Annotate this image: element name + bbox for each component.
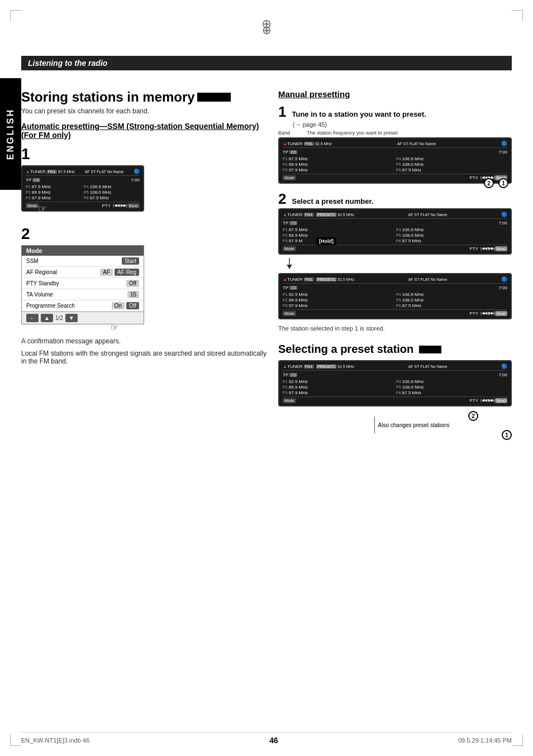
- rs-bottom-sel: Mode PTY |◀◀ ▶▶| Band: [283, 396, 507, 403]
- time-2b: 7:00: [498, 285, 507, 290]
- rs-tp-row: TP CD 7:00: [26, 177, 140, 183]
- tp-sel: TP CD: [283, 372, 297, 377]
- down-arrow-svg: [284, 258, 295, 269]
- time-sel: 7:00: [498, 372, 507, 377]
- preset-p4: P4 106.9 MHz: [84, 184, 140, 189]
- right-column: Manual presetting 1 Tune in to a station…: [278, 89, 512, 433]
- up-btn[interactable]: ▲: [41, 314, 53, 322]
- band-annotation-row: Band The station frequency you want to p…: [278, 130, 512, 136]
- afreg-btn: AF Reg: [115, 269, 139, 276]
- nav-2a: |◀◀ ▶▶|: [480, 246, 495, 251]
- down-btn[interactable]: ▼: [65, 314, 78, 322]
- band-annotation: Band: [278, 130, 290, 136]
- rs-icon: 🔵: [134, 169, 140, 174]
- p2-2a: P2 89.9 MHz: [283, 233, 394, 238]
- p2-2b: P2 89.9 MHz: [283, 298, 394, 303]
- band-btn-sel: Band: [495, 398, 507, 403]
- af-label: AF Regional: [26, 269, 57, 275]
- radio-screen-manual-1: ▲TUNER FM1 92.5 MHz AF ST FLAT No Name 🔵…: [278, 137, 512, 184]
- storing-title-row: Storing stations in memory: [21, 89, 267, 105]
- af-btns: AF AF Reg: [100, 269, 139, 276]
- rs-top-sel: ▲TUNER FM1 PRESET1 92.5 MHz AF ST FLAT N…: [283, 363, 507, 371]
- presets-m1: P1 87.5 MHz P4 106.9 MHz P2 89.9 MHz P5 …: [283, 156, 507, 173]
- af-btn: AF: [100, 269, 113, 276]
- mode-btn-2a: Mode: [283, 246, 296, 251]
- selecting-title-bar: [419, 346, 441, 353]
- rs-tp-m1: TP CD 7:00: [283, 149, 507, 155]
- presets-2a: P1 87.5 MHz P4 106.9 MHz P2 89.9 MHz P5 …: [283, 227, 507, 243]
- language-tab: ENGLISH: [0, 78, 21, 190]
- band-btn-2b: Band: [495, 311, 507, 316]
- nav-sel: |◀◀ ▶▶|: [480, 398, 495, 403]
- p1-m1: P1 87.5 MHz: [283, 156, 394, 161]
- rs-bottom-m1: Mode PTY |◀◀ ▶▶| Band: [283, 174, 507, 180]
- pty-m1: PTY: [296, 175, 479, 180]
- rs-icon-m1: 🔵: [501, 141, 507, 146]
- ta-label: TA Volume: [26, 291, 53, 298]
- stored-text: The station selected in step 1 is stored…: [278, 325, 512, 332]
- mode-menu: Mode SSM Start AF Regional AF AF Reg PTY…: [21, 245, 144, 324]
- rs-tp-2b: TP CD 7:00: [283, 285, 507, 291]
- ssm-subtitle-text: Automatic presetting—SSM (Strong-station…: [21, 122, 259, 140]
- storing-title: Storing stations in memory: [21, 89, 195, 105]
- p6-sel: P6 87.5 MHz: [396, 390, 507, 395]
- radio-screen-manual-2b: ▲TUNER FM1 PRESET1 92.5 MHz AF ST FLAT N…: [278, 273, 512, 319]
- title-bar-decoration: [197, 93, 231, 102]
- step1-number: 1: [21, 145, 267, 163]
- mode-btn-m1: Mode: [283, 175, 296, 180]
- tp-2a: TP CD: [283, 221, 297, 226]
- p5-2a: P5 108.0 MHz: [396, 233, 507, 238]
- section-header: Listening to the radio: [21, 56, 512, 70]
- connector-line: [374, 417, 375, 433]
- p3-2b: P3 97.9 MHz: [283, 303, 394, 308]
- callout-1-sel: 1: [502, 430, 512, 440]
- rs-tp-sel: TP CD 7:00: [283, 372, 507, 378]
- time-m1: 7:00: [498, 150, 507, 155]
- rs-tp: TP CD: [26, 178, 40, 183]
- p6-2b: P6 87.5 MHz: [396, 303, 507, 308]
- rs-bottom-2a: Mode PTY |◀◀ ▶▶| Band: [283, 245, 507, 251]
- ssm-label: SSM: [26, 258, 39, 264]
- prog-label: Programme Search: [26, 303, 75, 309]
- step2-block: 2 Mode SSM Start AF Regional AF AF Reg: [21, 225, 267, 333]
- tp-2b: TP CD: [283, 285, 297, 290]
- callout-circle-sel-2: 2: [468, 411, 478, 421]
- pty-label: PTY Standby: [26, 280, 59, 286]
- p3-2a: P3 97.9 M [Hold]: [283, 238, 394, 243]
- mode-row-af: AF Regional AF AF Reg: [22, 267, 144, 278]
- step2-desc: Select a preset number.: [292, 197, 373, 205]
- page-number: 46: [89, 736, 458, 745]
- mode-btn: Mode: [26, 203, 39, 208]
- mode-row-pty: PTY Standby Off: [22, 278, 144, 289]
- callout-circle-1: 1: [498, 178, 508, 188]
- svg-marker-1: [287, 265, 292, 269]
- back-btn[interactable]: ←: [26, 314, 39, 322]
- radio-screen-manual-2a: ▲TUNER FM1 PRESET1 92.5 MHz AF ST FLAT N…: [278, 208, 512, 255]
- left-column: Storing stations in memory You can prese…: [21, 89, 267, 370]
- rs-tp-2a: TP CD 7:00: [283, 220, 507, 226]
- hand-cursor-1: ☞: [38, 203, 47, 215]
- p4-m1: P4 106.9 MHz: [396, 156, 507, 161]
- pty-2a: PTY: [296, 246, 479, 251]
- rs-icon-sel: 🔵: [501, 363, 507, 369]
- p2-sel: P2 89.9 MHz: [283, 385, 394, 390]
- prog-off: Off: [126, 302, 139, 309]
- header-title: Listening to the radio: [28, 59, 107, 68]
- step1-header: 1 Tune in to a station you want to prese…: [278, 104, 512, 119]
- prog-btns: On Off: [112, 302, 140, 309]
- corner-mark-br: [512, 735, 523, 746]
- pty-sel: PTY: [296, 398, 479, 403]
- also-text: Also changes preset stations: [378, 422, 450, 428]
- footer-right: 09.5.29 1:14:45 PM: [458, 737, 512, 744]
- main-content: Storing stations in memory You can prese…: [21, 73, 512, 728]
- hand-cursor-2: ☞: [111, 322, 267, 333]
- corner-mark-tr: [512, 10, 523, 21]
- callout-circle-sel-1: 1: [502, 430, 512, 440]
- step1-desc: Tune in to a station you want to preset.: [292, 110, 426, 118]
- rs-bottom-2b: Mode PTY |◀◀ ▶▶| Band: [283, 309, 507, 316]
- step1-block: 1 ▲TUNER FM1 87.5 MHz AF ST FLAT No Name…: [21, 145, 267, 212]
- freq-annotation: The station frequency you want to preset: [307, 130, 398, 136]
- callout-2-sel: 2: [468, 411, 478, 421]
- preset-p1: P1 87.5 MHz: [26, 184, 82, 189]
- callout-circle-2: 2: [484, 178, 494, 188]
